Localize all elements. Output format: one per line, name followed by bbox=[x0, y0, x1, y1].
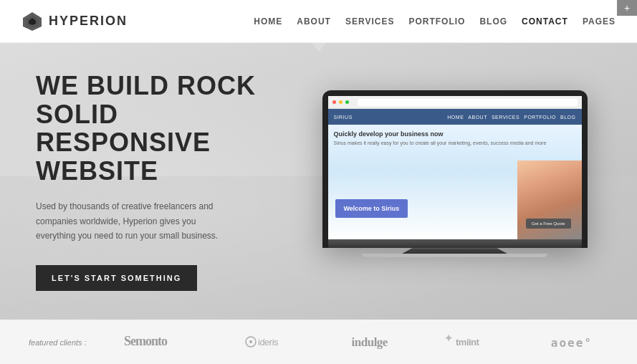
svg-text:ideris: ideris bbox=[258, 337, 279, 348]
svg-point-5 bbox=[249, 340, 252, 343]
laptop-browser-bar bbox=[328, 96, 582, 109]
new-tab-button[interactable]: + bbox=[617, 0, 637, 16]
laptop-subheadline: Sirius makes it really easy for you to c… bbox=[334, 140, 576, 147]
clients-logos: Semonto ideris indulge ✦ tmiint aoee° bbox=[108, 332, 608, 353]
hero-section: WE BUILD ROCK SOLID RESPONSIVE WEBSITE U… bbox=[0, 43, 637, 320]
logo: HYPERION bbox=[21, 11, 128, 32]
client-tmiint: ✦ tmiint bbox=[444, 333, 494, 353]
laptop-content-area: Quickly develop your business now Sirius… bbox=[328, 125, 582, 239]
hero-description: Used by thousands of creative freelancer… bbox=[36, 199, 236, 243]
hero-laptop: SIRIUS HOME ABOUT SERVICES PORTFOLIO BLO… bbox=[308, 90, 601, 257]
laptop-welcome-box: Welcome to Sirius bbox=[335, 199, 408, 218]
laptop-nav-home: HOME bbox=[447, 115, 464, 120]
nav-portfolio[interactable]: PORTFOLIO bbox=[408, 16, 465, 27]
main-nav: HOME ABOUT SERVICES PORTFOLIO BLOG CONTA… bbox=[254, 16, 616, 27]
laptop-nav-portfolio: PORTFOLIO bbox=[524, 115, 556, 120]
logo-icon bbox=[21, 11, 43, 32]
nav-services[interactable]: SERVICES bbox=[345, 16, 394, 27]
svg-text:tmiint: tmiint bbox=[456, 337, 480, 348]
semonto-logo-svg: Semonto bbox=[124, 332, 188, 350]
client-aoee: aoee° bbox=[551, 336, 593, 350]
laptop-nav-services: SERVICES bbox=[492, 115, 519, 120]
laptop-stand bbox=[402, 248, 508, 254]
clients-label: featured clients : bbox=[29, 338, 87, 347]
nav-blog[interactable]: BLOG bbox=[479, 16, 507, 27]
laptop-screen-inner: SIRIUS HOME ABOUT SERVICES PORTFOLIO BLO… bbox=[328, 96, 582, 239]
laptop-quote-button: Get a Free Quote bbox=[526, 219, 571, 229]
nav-home[interactable]: HOME bbox=[254, 16, 282, 27]
laptop-logo: SIRIUS bbox=[334, 115, 353, 120]
ideris-logo-svg: ideris bbox=[245, 333, 295, 350]
client-indulge: indulge bbox=[352, 335, 388, 350]
laptop-wrapper: SIRIUS HOME ABOUT SERVICES PORTFOLIO BLO… bbox=[322, 90, 588, 257]
client-ideris: ideris bbox=[245, 333, 295, 353]
laptop-screen-outer: SIRIUS HOME ABOUT SERVICES PORTFOLIO BLO… bbox=[322, 90, 588, 248]
header: HYPERION HOME ABOUT SERVICES PORTFOLIO B… bbox=[0, 0, 637, 43]
nav-about[interactable]: ABOUT bbox=[297, 16, 331, 27]
svg-text:Semonto: Semonto bbox=[124, 334, 168, 348]
client-semonto: Semonto bbox=[124, 332, 188, 353]
hero-content: WE BUILD ROCK SOLID RESPONSIVE WEBSITE U… bbox=[36, 72, 308, 291]
browser-dot-yellow bbox=[339, 100, 343, 104]
clients-bar: featured clients : Semonto ideris indulg… bbox=[0, 320, 637, 364]
browser-dot-green bbox=[345, 100, 349, 104]
laptop-nav-bar: SIRIUS HOME ABOUT SERVICES PORTFOLIO BLO… bbox=[328, 109, 582, 125]
logo-text: HYPERION bbox=[49, 14, 128, 29]
nav-pages[interactable]: PAGES bbox=[583, 16, 616, 27]
browser-address-bar bbox=[358, 99, 578, 106]
laptop-stand-area bbox=[322, 248, 588, 257]
browser-dot-red bbox=[332, 100, 336, 104]
laptop-nav-blog: BLOG bbox=[560, 115, 575, 120]
laptop-headline: Quickly develop your business now bbox=[334, 130, 576, 138]
hero-cta-button[interactable]: LET'S START SOMETHING bbox=[36, 265, 197, 291]
nav-contact[interactable]: CONTACT bbox=[522, 16, 568, 27]
svg-text:✦: ✦ bbox=[444, 333, 453, 344]
laptop-nav-links: HOME ABOUT SERVICES PORTFOLIO BLOG bbox=[447, 115, 575, 120]
laptop-base bbox=[328, 239, 582, 248]
laptop-nav-about: ABOUT bbox=[468, 115, 487, 120]
hero-title: WE BUILD ROCK SOLID RESPONSIVE WEBSITE bbox=[36, 72, 308, 185]
tmiint-logo-svg: ✦ tmiint bbox=[444, 333, 494, 350]
laptop-foot bbox=[362, 254, 547, 257]
